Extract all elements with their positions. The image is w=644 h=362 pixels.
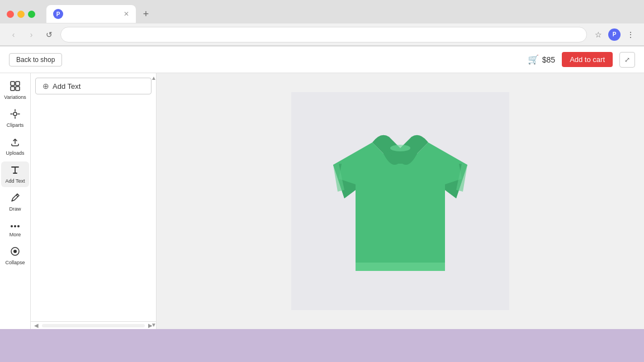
canvas-area[interactable] — [157, 73, 644, 329]
add-text-sidebar-label: Add Text — [6, 178, 25, 184]
draw-label: Draw — [9, 206, 21, 212]
sidebar-item-more[interactable]: More — [1, 217, 29, 241]
sidebar-item-collapse[interactable]: Collapse — [1, 243, 29, 269]
add-text-button[interactable]: ⊕ Add Text — [35, 78, 151, 94]
browser-chrome: P ✕ + ‹ › ↺ ☆ P ⋮ — [0, 0, 644, 46]
panel-scrollbar-horizontal: ◀ ▶ — [31, 321, 156, 329]
canvas-background — [291, 92, 509, 310]
toolbar-right: 🛒 $85 Add to cart ⤢ — [528, 52, 635, 68]
tab-bar: P ✕ + — [46, 5, 637, 23]
draw-icon — [10, 193, 20, 205]
main-area: Variations Cliparts Up — [0, 73, 644, 329]
more-label: More — [10, 232, 21, 237]
cart-icon: 🛒 — [528, 54, 539, 65]
maximize-window-button[interactable] — [28, 11, 35, 18]
svg-point-9 — [13, 250, 17, 253]
cart-info: 🛒 $85 — [528, 54, 555, 65]
active-tab[interactable]: P ✕ — [46, 5, 136, 23]
sidebar-item-cliparts[interactable]: Cliparts — [1, 106, 29, 131]
title-bar: P ✕ + — [0, 0, 644, 23]
collapse-icon — [10, 246, 20, 259]
svg-rect-2 — [11, 87, 15, 90]
svg-point-4 — [13, 112, 17, 116]
traffic-lights — [7, 11, 35, 18]
sidebar-item-variations[interactable]: Variations — [1, 78, 29, 103]
bookmark-icon[interactable]: ☆ — [591, 28, 605, 41]
toolbar: Back to shop 🛒 $85 Add to cart ⤢ — [0, 46, 644, 73]
forward-button[interactable]: › — [25, 28, 38, 41]
scroll-left-arrow[interactable]: ◀ — [32, 322, 41, 329]
cliparts-icon — [10, 109, 20, 121]
left-sidebar: Variations Cliparts Up — [0, 73, 31, 329]
bottom-strip — [0, 329, 644, 362]
back-to-shop-button[interactable]: Back to shop — [9, 53, 62, 66]
menu-icon[interactable]: ⋮ — [624, 28, 637, 41]
svg-point-10 — [390, 145, 410, 151]
scroll-up-arrow[interactable]: ▲ — [151, 73, 156, 82]
add-to-cart-button[interactable]: Add to cart — [562, 52, 613, 67]
svg-rect-1 — [16, 82, 20, 85]
sidebar-item-draw[interactable]: Draw — [1, 189, 29, 215]
tshirt-preview — [294, 98, 506, 304]
sidebar-item-add-text[interactable]: Add Text — [1, 161, 29, 187]
collapse-label: Collapse — [5, 260, 25, 265]
back-button[interactable]: ‹ — [7, 28, 20, 41]
panel-header: ⊕ Add Text — [31, 73, 156, 99]
add-text-button-label: Add Text — [53, 82, 80, 90]
add-text-sidebar-icon — [10, 165, 20, 177]
minimize-window-button[interactable] — [17, 11, 25, 18]
tab-favicon: P — [53, 9, 63, 19]
app-content: Back to shop 🛒 $85 Add to cart ⤢ — [0, 46, 644, 329]
address-bar[interactable] — [60, 27, 587, 42]
sidebar-item-uploads[interactable]: Uploads — [1, 134, 29, 159]
add-text-plus-icon: ⊕ — [42, 82, 49, 90]
panel-area: ⊕ Add Text ▲ ▼ ◀ ▶ — [31, 73, 157, 329]
svg-point-5 — [11, 225, 13, 227]
close-window-button[interactable] — [7, 11, 14, 18]
panel-scroll[interactable] — [31, 99, 156, 321]
uploads-icon — [10, 137, 20, 149]
more-icon — [10, 221, 20, 231]
new-tab-button[interactable]: + — [138, 6, 154, 22]
svg-rect-0 — [11, 82, 15, 85]
variations-icon — [10, 81, 20, 93]
panel-scrollbar-vertical: ▲ ▼ — [151, 73, 156, 329]
profile-icon[interactable]: P — [608, 28, 621, 41]
svg-point-6 — [14, 225, 16, 227]
nav-bar: ‹ › ↺ ☆ P ⋮ — [0, 23, 644, 46]
tab-close-button[interactable]: ✕ — [124, 10, 129, 18]
scroll-track-horizontal[interactable] — [42, 324, 145, 327]
fullscreen-button[interactable]: ⤢ — [619, 52, 635, 68]
variations-label: Variations — [4, 94, 26, 100]
scroll-down-arrow[interactable]: ▼ — [151, 320, 156, 329]
reload-button[interactable]: ↺ — [42, 28, 56, 41]
svg-point-7 — [17, 225, 20, 227]
svg-rect-3 — [16, 87, 20, 90]
cliparts-label: Cliparts — [7, 122, 24, 128]
uploads-label: Uploads — [6, 150, 24, 156]
nav-icons: ☆ P ⋮ — [591, 28, 637, 41]
cart-price: $85 — [542, 55, 555, 64]
